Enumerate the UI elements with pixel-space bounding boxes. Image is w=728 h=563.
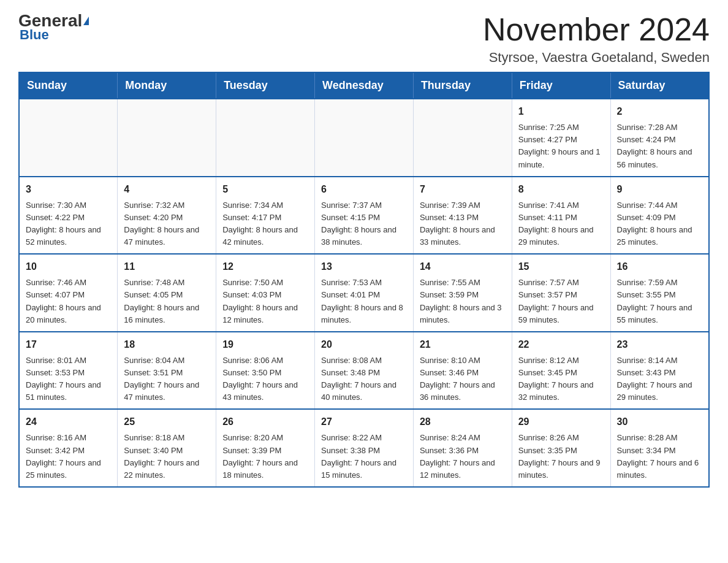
column-header-sunday: Sunday bbox=[19, 72, 118, 99]
day-number: 2 bbox=[617, 104, 702, 119]
calendar-cell: 25Sunrise: 8:18 AM Sunset: 3:40 PM Dayli… bbox=[118, 409, 216, 487]
day-info: Sunrise: 7:28 AM Sunset: 4:24 PM Dayligh… bbox=[617, 121, 702, 171]
day-number: 22 bbox=[518, 337, 604, 352]
day-number: 23 bbox=[617, 337, 702, 352]
day-info: Sunrise: 7:57 AM Sunset: 3:57 PM Dayligh… bbox=[518, 277, 604, 326]
day-info: Sunrise: 7:32 AM Sunset: 4:20 PM Dayligh… bbox=[124, 199, 210, 249]
day-number: 19 bbox=[222, 337, 308, 352]
day-info: Sunrise: 8:18 AM Sunset: 3:40 PM Dayligh… bbox=[124, 432, 210, 481]
day-number: 26 bbox=[222, 415, 308, 429]
column-header-saturday: Saturday bbox=[610, 72, 709, 99]
day-number: 13 bbox=[321, 259, 407, 274]
day-number: 18 bbox=[124, 337, 210, 352]
calendar-title-area: November 2024 Styrsoe, Vaestra Goetaland… bbox=[483, 12, 710, 66]
day-number: 20 bbox=[321, 337, 407, 352]
calendar-cell: 30Sunrise: 8:28 AM Sunset: 3:34 PM Dayli… bbox=[610, 409, 709, 487]
day-info: Sunrise: 7:44 AM Sunset: 4:09 PM Dayligh… bbox=[617, 199, 702, 249]
day-info: Sunrise: 7:41 AM Sunset: 4:11 PM Dayligh… bbox=[518, 199, 604, 249]
calendar-cell: 3Sunrise: 7:30 AM Sunset: 4:22 PM Daylig… bbox=[19, 177, 118, 255]
day-number: 29 bbox=[518, 415, 604, 429]
day-number: 28 bbox=[420, 415, 506, 429]
calendar-cell: 22Sunrise: 8:12 AM Sunset: 3:45 PM Dayli… bbox=[512, 332, 610, 410]
logo-blue-text: Blue bbox=[20, 27, 49, 43]
calendar-cell bbox=[118, 99, 216, 177]
logo-triangle-icon bbox=[83, 17, 89, 25]
day-info: Sunrise: 7:34 AM Sunset: 4:17 PM Dayligh… bbox=[222, 199, 308, 249]
calendar-cell: 19Sunrise: 8:06 AM Sunset: 3:50 PM Dayli… bbox=[216, 332, 315, 410]
calendar-week-row: 1Sunrise: 7:25 AM Sunset: 4:27 PM Daylig… bbox=[19, 99, 709, 177]
column-header-friday: Friday bbox=[512, 72, 610, 99]
day-info: Sunrise: 7:50 AM Sunset: 4:03 PM Dayligh… bbox=[222, 277, 308, 326]
calendar-cell: 6Sunrise: 7:37 AM Sunset: 4:15 PM Daylig… bbox=[315, 177, 414, 255]
day-number: 9 bbox=[617, 182, 702, 197]
calendar-week-row: 3Sunrise: 7:30 AM Sunset: 4:22 PM Daylig… bbox=[19, 177, 709, 255]
day-number: 5 bbox=[222, 182, 308, 197]
day-number: 30 bbox=[617, 415, 702, 429]
calendar-cell: 5Sunrise: 7:34 AM Sunset: 4:17 PM Daylig… bbox=[216, 177, 315, 255]
day-info: Sunrise: 7:48 AM Sunset: 4:05 PM Dayligh… bbox=[124, 277, 210, 326]
day-info: Sunrise: 7:55 AM Sunset: 3:59 PM Dayligh… bbox=[420, 277, 506, 326]
calendar-cell: 21Sunrise: 8:10 AM Sunset: 3:46 PM Dayli… bbox=[413, 332, 512, 410]
calendar-cell: 13Sunrise: 7:53 AM Sunset: 4:01 PM Dayli… bbox=[315, 254, 414, 332]
day-info: Sunrise: 8:04 AM Sunset: 3:51 PM Dayligh… bbox=[124, 354, 210, 404]
day-info: Sunrise: 8:12 AM Sunset: 3:45 PM Dayligh… bbox=[518, 354, 604, 404]
day-number: 12 bbox=[222, 259, 308, 274]
day-number: 1 bbox=[518, 104, 604, 119]
calendar-cell bbox=[413, 99, 512, 177]
calendar-cell: 27Sunrise: 8:22 AM Sunset: 3:38 PM Dayli… bbox=[315, 409, 414, 487]
day-info: Sunrise: 8:26 AM Sunset: 3:35 PM Dayligh… bbox=[518, 432, 604, 481]
day-number: 6 bbox=[321, 182, 407, 197]
calendar-cell: 18Sunrise: 8:04 AM Sunset: 3:51 PM Dayli… bbox=[118, 332, 216, 410]
location-title: Styrsoe, Vaestra Goetaland, Sweden bbox=[483, 50, 710, 66]
calendar-header-row: SundayMondayTuesdayWednesdayThursdayFrid… bbox=[19, 72, 709, 99]
day-info: Sunrise: 8:06 AM Sunset: 3:50 PM Dayligh… bbox=[222, 354, 308, 404]
column-header-thursday: Thursday bbox=[413, 72, 512, 99]
day-info: Sunrise: 7:53 AM Sunset: 4:01 PM Dayligh… bbox=[321, 277, 407, 326]
calendar-cell: 17Sunrise: 8:01 AM Sunset: 3:53 PM Dayli… bbox=[19, 332, 118, 410]
day-number: 21 bbox=[420, 337, 506, 352]
calendar-table: SundayMondayTuesdayWednesdayThursdayFrid… bbox=[18, 72, 710, 488]
page-header: General Blue November 2024 Styrsoe, Vaes… bbox=[18, 12, 710, 66]
day-number: 16 bbox=[617, 259, 702, 274]
day-info: Sunrise: 7:37 AM Sunset: 4:15 PM Dayligh… bbox=[321, 199, 407, 249]
calendar-cell: 9Sunrise: 7:44 AM Sunset: 4:09 PM Daylig… bbox=[610, 177, 709, 255]
calendar-cell bbox=[315, 99, 414, 177]
calendar-cell: 29Sunrise: 8:26 AM Sunset: 3:35 PM Dayli… bbox=[512, 409, 610, 487]
calendar-cell: 12Sunrise: 7:50 AM Sunset: 4:03 PM Dayli… bbox=[216, 254, 315, 332]
calendar-cell: 1Sunrise: 7:25 AM Sunset: 4:27 PM Daylig… bbox=[512, 99, 610, 177]
calendar-week-row: 17Sunrise: 8:01 AM Sunset: 3:53 PM Dayli… bbox=[19, 332, 709, 410]
day-number: 27 bbox=[321, 415, 407, 429]
calendar-cell bbox=[19, 99, 118, 177]
calendar-cell: 15Sunrise: 7:57 AM Sunset: 3:57 PM Dayli… bbox=[512, 254, 610, 332]
calendar-week-row: 24Sunrise: 8:16 AM Sunset: 3:42 PM Dayli… bbox=[19, 409, 709, 487]
day-info: Sunrise: 8:20 AM Sunset: 3:39 PM Dayligh… bbox=[222, 432, 308, 481]
calendar-cell bbox=[216, 99, 315, 177]
day-info: Sunrise: 8:16 AM Sunset: 3:42 PM Dayligh… bbox=[26, 432, 111, 481]
day-number: 17 bbox=[26, 337, 111, 352]
calendar-cell: 28Sunrise: 8:24 AM Sunset: 3:36 PM Dayli… bbox=[413, 409, 512, 487]
calendar-cell: 11Sunrise: 7:48 AM Sunset: 4:05 PM Dayli… bbox=[118, 254, 216, 332]
day-number: 3 bbox=[26, 182, 111, 197]
day-number: 11 bbox=[124, 259, 210, 274]
day-number: 14 bbox=[420, 259, 506, 274]
calendar-cell: 20Sunrise: 8:08 AM Sunset: 3:48 PM Dayli… bbox=[315, 332, 414, 410]
day-number: 25 bbox=[124, 415, 210, 429]
day-number: 7 bbox=[420, 182, 506, 197]
day-info: Sunrise: 7:25 AM Sunset: 4:27 PM Dayligh… bbox=[518, 121, 604, 171]
day-info: Sunrise: 7:39 AM Sunset: 4:13 PM Dayligh… bbox=[420, 199, 506, 249]
column-header-monday: Monday bbox=[118, 72, 216, 99]
calendar-cell: 23Sunrise: 8:14 AM Sunset: 3:43 PM Dayli… bbox=[610, 332, 709, 410]
calendar-cell: 4Sunrise: 7:32 AM Sunset: 4:20 PM Daylig… bbox=[118, 177, 216, 255]
column-header-tuesday: Tuesday bbox=[216, 72, 315, 99]
calendar-cell: 16Sunrise: 7:59 AM Sunset: 3:55 PM Dayli… bbox=[610, 254, 709, 332]
calendar-cell: 8Sunrise: 7:41 AM Sunset: 4:11 PM Daylig… bbox=[512, 177, 610, 255]
day-number: 15 bbox=[518, 259, 604, 274]
calendar-cell: 10Sunrise: 7:46 AM Sunset: 4:07 PM Dayli… bbox=[19, 254, 118, 332]
calendar-week-row: 10Sunrise: 7:46 AM Sunset: 4:07 PM Dayli… bbox=[19, 254, 709, 332]
day-info: Sunrise: 8:08 AM Sunset: 3:48 PM Dayligh… bbox=[321, 354, 407, 404]
day-info: Sunrise: 8:14 AM Sunset: 3:43 PM Dayligh… bbox=[617, 354, 702, 404]
day-info: Sunrise: 7:46 AM Sunset: 4:07 PM Dayligh… bbox=[26, 277, 111, 326]
calendar-cell: 14Sunrise: 7:55 AM Sunset: 3:59 PM Dayli… bbox=[413, 254, 512, 332]
day-info: Sunrise: 8:22 AM Sunset: 3:38 PM Dayligh… bbox=[321, 432, 407, 481]
calendar-cell: 24Sunrise: 8:16 AM Sunset: 3:42 PM Dayli… bbox=[19, 409, 118, 487]
